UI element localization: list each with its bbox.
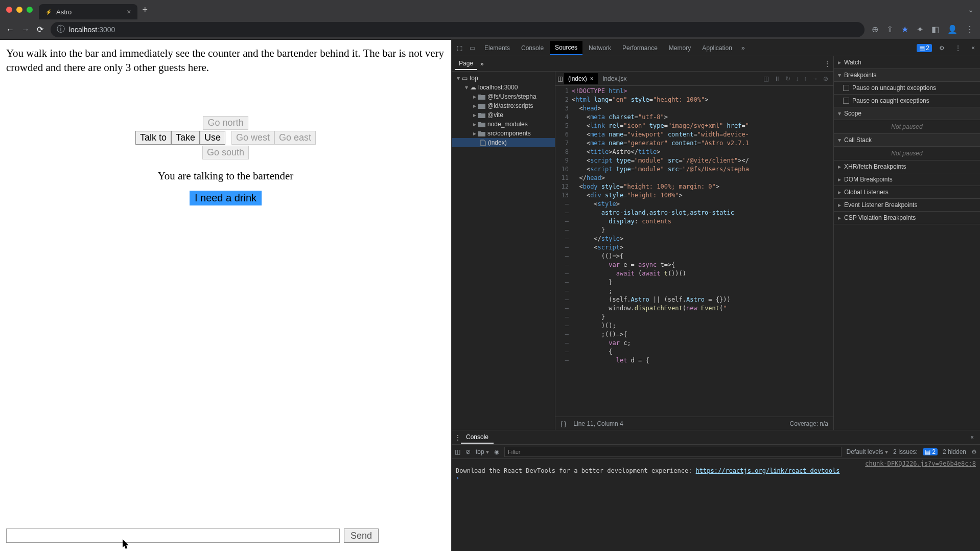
event-listener-bp-section[interactable]: ▸Event Listener Breakpoints <box>834 199 980 212</box>
go-north-button[interactable]: Go north <box>203 116 248 130</box>
console-hidden: 2 hidden <box>943 448 966 455</box>
tree-node-top[interactable]: ▾▭top <box>452 74 555 83</box>
tab-application[interactable]: Application <box>697 41 737 55</box>
tab-dropdown-icon[interactable]: ⌄ <box>968 6 974 14</box>
browser-toolbar: ← → ⟳ ⓘ localhost:3000 ⊕ ⇧ ★ ✦ ◧ 👤 ⋮ <box>0 19 980 40</box>
dialogue-choice[interactable]: I need a drink <box>190 191 262 205</box>
console-tab[interactable]: Console <box>461 431 494 444</box>
editor-nav-icon[interactable]: ◫ <box>557 75 563 82</box>
watch-section[interactable]: ▸Watch <box>834 56 980 69</box>
scope-section[interactable]: ▾Scope <box>834 107 980 120</box>
dom-bp-section[interactable]: ▸DOM Breakpoints <box>834 173 980 186</box>
site-info-icon[interactable]: ⓘ <box>57 24 65 35</box>
file-tab-index[interactable]: (index)× <box>564 73 598 84</box>
address-bar[interactable]: ⓘ localhost:3000 <box>51 22 865 37</box>
devtools-tabs: ⬚ ▭ Elements Console Sources Network Per… <box>452 40 980 56</box>
tree-folder[interactable]: ▸@id/astro:scripts <box>452 101 555 110</box>
browser-tab[interactable]: ⚡ Astro × <box>39 4 137 19</box>
callstack-section[interactable]: ▾Call Stack <box>834 134 980 147</box>
console-context[interactable]: top ▾ <box>476 448 489 455</box>
close-window-button[interactable] <box>6 7 12 13</box>
zoom-icon[interactable]: ⊕ <box>872 25 878 34</box>
maximize-window-button[interactable] <box>27 7 33 13</box>
step-out-icon[interactable]: ↑ <box>804 75 807 82</box>
url-host: localhost <box>69 26 97 34</box>
more-tabs-icon[interactable]: » <box>738 44 748 52</box>
console-sidebar-icon[interactable]: ◫ <box>455 448 460 455</box>
close-icon[interactable]: × <box>590 75 594 82</box>
console-clear-icon[interactable]: ⊘ <box>465 448 471 455</box>
tree-folder[interactable]: ▸node_modules <box>452 120 555 129</box>
tab-console[interactable]: Console <box>516 41 549 55</box>
subtab-menu-icon[interactable]: ⋮ <box>824 60 830 67</box>
new-tab-button[interactable]: + <box>143 5 148 15</box>
tree-node-host[interactable]: ▾☁localhost:3000 <box>452 83 555 92</box>
forward-button[interactable]: → <box>21 25 30 34</box>
profile-icon[interactable]: 👤 <box>947 25 958 34</box>
page-viewport: You walk into the bar and immediately se… <box>0 40 451 551</box>
go-west-button[interactable]: Go west <box>231 131 274 145</box>
csp-bp-section[interactable]: ▸CSP Violation Breakpoints <box>834 212 980 224</box>
console-source-link[interactable]: chunk-DFKQJ226.js?v=9e6b4e8c:8 <box>865 460 976 467</box>
send-button[interactable]: Send <box>344 529 379 543</box>
breakpoints-section[interactable]: ▾Breakpoints <box>834 69 980 82</box>
go-east-button[interactable]: Go east <box>274 131 316 145</box>
device-toggle-icon[interactable]: ▭ <box>466 44 478 52</box>
inspect-element-icon[interactable]: ⬚ <box>454 44 465 52</box>
console-live-icon[interactable]: ◉ <box>494 448 499 455</box>
go-south-button[interactable]: Go south <box>202 146 249 159</box>
bookmark-icon[interactable]: ★ <box>901 25 908 34</box>
tab-close-icon[interactable]: × <box>127 8 131 16</box>
tab-network[interactable]: Network <box>584 41 616 55</box>
astro-favicon-icon: ⚡ <box>45 8 52 15</box>
global-listeners-section[interactable]: ▸Global Listeners <box>834 186 980 199</box>
step-over-icon[interactable]: ↻ <box>785 75 790 82</box>
console-output[interactable]: chunk-DFKQJ226.js?v=9e6b4e8c:8 Download … <box>452 459 980 551</box>
console-issues-badge[interactable]: ▤ 2 <box>923 448 938 455</box>
command-input[interactable] <box>6 529 340 543</box>
menu-icon[interactable]: ⋮ <box>966 25 974 34</box>
format-icon[interactable]: { } <box>561 420 566 427</box>
issues-indicator[interactable]: ▤ 2 <box>917 44 932 52</box>
tab-performance[interactable]: Performance <box>617 41 663 55</box>
step-icon[interactable]: → <box>812 75 818 82</box>
react-devtools-link[interactable]: https://reactjs.org/link/react-devtools <box>696 467 840 474</box>
devtools-menu-icon[interactable]: ⋮ <box>952 44 964 52</box>
editor-icon[interactable]: ◫ <box>763 75 769 82</box>
console-levels[interactable]: Default levels ▾ <box>847 448 888 455</box>
tab-elements[interactable]: Elements <box>479 41 515 55</box>
panel-toggle-icon[interactable]: ◧ <box>931 25 939 34</box>
tree-folder[interactable]: ▸@fs/Users/stepha <box>452 92 555 101</box>
share-icon[interactable]: ⇧ <box>886 25 893 34</box>
step-into-icon[interactable]: ↓ <box>796 75 799 82</box>
minimize-window-button[interactable] <box>16 7 22 13</box>
take-button[interactable]: Take <box>171 131 200 145</box>
tree-folder[interactable]: ▸src/components <box>452 129 555 138</box>
console-menu-icon[interactable]: ⋮ <box>455 434 461 441</box>
subtab-page[interactable]: Page <box>455 58 477 70</box>
debugger-sidebar: ▸Watch ▾Breakpoints Pause on uncaught ex… <box>834 56 980 430</box>
deactivate-bp-icon[interactable]: ⊘ <box>823 75 828 82</box>
code-editor[interactable]: 1 2 3 4 5 6 7 8 9 10 11 12 13 – – – – – … <box>555 86 833 417</box>
file-tab-indexjsx[interactable]: index.jsx <box>599 73 631 84</box>
console-filter[interactable]: Filter <box>504 447 841 457</box>
console-close-icon[interactable]: × <box>967 434 977 441</box>
uncaught-checkbox[interactable] <box>843 85 849 91</box>
back-button[interactable]: ← <box>6 25 14 34</box>
tab-sources[interactable]: Sources <box>550 41 582 55</box>
tree-folder[interactable]: ▸@vite <box>452 110 555 120</box>
use-button[interactable]: Use <box>200 131 225 145</box>
console-settings-icon[interactable]: ⚙ <box>971 448 977 455</box>
more-subtabs-icon[interactable]: » <box>480 60 484 67</box>
talk-to-button[interactable]: Talk to <box>135 131 171 145</box>
settings-icon[interactable]: ⚙ <box>936 44 948 52</box>
pause-icon[interactable]: ⏸ <box>774 75 780 82</box>
caught-checkbox[interactable] <box>843 98 849 104</box>
tab-memory[interactable]: Memory <box>664 41 696 55</box>
reload-button[interactable]: ⟳ <box>37 25 43 34</box>
console-drawer: ⋮ Console × ◫ ⊘ top ▾ ◉ Filter Default l… <box>452 430 980 551</box>
devtools-close-icon[interactable]: × <box>968 44 978 52</box>
tree-file-index[interactable]: (index) <box>452 138 555 147</box>
xhr-bp-section[interactable]: ▸XHR/fetch Breakpoints <box>834 160 980 173</box>
extensions-icon[interactable]: ✦ <box>917 25 923 34</box>
